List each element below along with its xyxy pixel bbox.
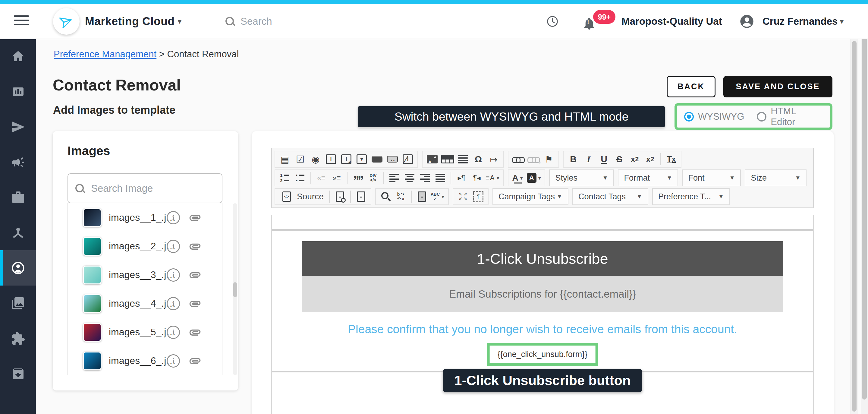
align-left-icon[interactable]	[388, 171, 401, 184]
brand-logo[interactable]	[53, 8, 80, 35]
horizontal-rule-icon[interactable]	[456, 153, 470, 166]
align-justify-icon[interactable]	[434, 171, 447, 184]
attach-link-icon[interactable]	[188, 240, 202, 253]
image-list-item[interactable]: images__4_.j…i	[68, 289, 222, 318]
image-list-item[interactable]: images__5_.j…i	[68, 318, 222, 347]
image-icon[interactable]	[426, 153, 439, 166]
sidebar-item-announcements[interactable]	[0, 144, 36, 180]
image-search-input[interactable]	[90, 182, 215, 195]
checkbox-icon[interactable]	[293, 153, 307, 166]
sidebar-item-inbox[interactable]	[0, 356, 36, 391]
preview-icon[interactable]: ≡	[333, 190, 347, 203]
radio-icon[interactable]	[684, 112, 694, 121]
info-icon[interactable]: i	[167, 297, 180, 310]
attach-link-icon[interactable]	[188, 354, 202, 367]
button-icon[interactable]	[370, 153, 384, 166]
radio-icon[interactable]	[309, 153, 322, 166]
attach-link-icon[interactable]	[188, 211, 202, 224]
source-button[interactable]: <>Source	[278, 190, 326, 203]
image-thumbnail[interactable]	[83, 294, 101, 313]
font-dropdown[interactable]: Font▼	[682, 170, 741, 186]
sidebar-item-extensions[interactable]	[0, 321, 36, 356]
sidebar-item-campaigns[interactable]	[0, 109, 36, 144]
image-list-item[interactable]: images__3_.j…i	[68, 261, 222, 289]
form-icon[interactable]	[278, 153, 291, 166]
strikethrough-icon[interactable]: S	[613, 153, 626, 166]
select-all-icon[interactable]: ≡	[415, 190, 429, 203]
info-icon[interactable]: i	[167, 354, 180, 367]
image-list-item[interactable]: images__1_.j…i	[68, 203, 222, 232]
sidebar-item-dashboards[interactable]	[0, 74, 36, 109]
bulleted-list-icon[interactable]: ••	[293, 171, 307, 184]
attach-link-icon[interactable]	[188, 326, 202, 339]
select-field-icon[interactable]: ▾	[355, 153, 368, 166]
bold-icon[interactable]: B	[567, 153, 580, 166]
numbered-list-icon[interactable]: 12	[278, 171, 291, 184]
contact-tags-dropdown[interactable]: Contact Tags▼	[572, 188, 648, 205]
mode-option-html-editor[interactable]: HTML Editor	[757, 106, 823, 127]
bidi-rtl-icon[interactable]	[470, 171, 484, 184]
show-blocks-icon[interactable]: ¶	[472, 190, 485, 203]
image-thumbnail[interactable]	[83, 208, 101, 227]
image-list-scrollbar[interactable]	[233, 203, 237, 375]
bidi-ltr-icon[interactable]	[455, 171, 468, 184]
align-center-icon[interactable]	[403, 171, 416, 184]
table-icon[interactable]	[441, 153, 454, 166]
notification-count-badge[interactable]: 99+	[593, 10, 615, 24]
sidebar-item-home[interactable]	[0, 38, 36, 74]
italic-icon[interactable]: I	[582, 153, 595, 166]
sidebar-item-workflows[interactable]	[0, 215, 36, 250]
global-search-input[interactable]	[240, 16, 368, 27]
textarea-icon[interactable]: I	[340, 153, 353, 166]
avatar[interactable]	[739, 13, 755, 29]
hidden-field-icon[interactable]: I	[401, 153, 414, 166]
blockquote-icon[interactable]	[351, 171, 364, 184]
unsubscribe-merge-tag-highlight[interactable]: {{one_click_unsub.form}}	[487, 343, 598, 366]
subscript-icon[interactable]: x2	[628, 153, 641, 166]
maximize-icon[interactable]: ↖ ↗↙ ↘	[456, 190, 470, 203]
div-container-icon[interactable]: DIV</>	[367, 171, 380, 184]
text-color-icon[interactable]: A▼	[512, 171, 525, 184]
user-menu-caret-icon[interactable]: ▼	[838, 18, 845, 26]
sidebar-item-projects[interactable]	[0, 180, 36, 215]
underline-icon[interactable]: U	[597, 153, 611, 166]
info-icon[interactable]: i	[167, 326, 180, 339]
templates-icon[interactable]: ≡	[354, 190, 368, 203]
format-dropdown[interactable]: Format▼	[618, 170, 678, 186]
styles-dropdown[interactable]: Styles▼	[549, 170, 614, 186]
back-button[interactable]: BACK	[667, 76, 715, 97]
bg-color-icon[interactable]: A▼	[527, 171, 542, 184]
editor-content-area[interactable]: 1-Click Unsubscribe Email Subscriptions …	[271, 215, 814, 414]
preference-t-dropdown[interactable]: Preference T...▼	[652, 188, 730, 205]
info-icon[interactable]: i	[167, 211, 180, 224]
sidebar-item-media-library[interactable]	[0, 286, 36, 321]
size-dropdown[interactable]: Size▼	[745, 170, 807, 186]
history-icon[interactable]	[546, 15, 559, 28]
language-icon[interactable]: ▼	[486, 171, 500, 184]
image-list-item[interactable]: images__2_.j…i	[68, 232, 222, 261]
app-switcher-caret-icon[interactable]: ▼	[176, 18, 183, 26]
align-right-icon[interactable]	[418, 171, 432, 184]
radio-icon[interactable]	[757, 112, 767, 121]
image-thumbnail[interactable]	[83, 266, 101, 284]
attach-link-icon[interactable]	[188, 268, 202, 282]
text-field-icon[interactable]: I	[324, 153, 338, 166]
replace-icon[interactable]: b ↷↶ a	[394, 190, 407, 203]
image-list-item[interactable]: images__6_.j…i	[68, 347, 222, 375]
sidebar-item-contacts[interactable]	[0, 250, 36, 286]
breadcrumb-link[interactable]: Preference Management	[54, 49, 156, 59]
mode-option-wysiwyg[interactable]: WYSIWYG	[684, 111, 744, 122]
page-break-icon[interactable]	[487, 153, 500, 166]
image-button-icon[interactable]: ▲▲	[386, 153, 399, 166]
anchor-icon[interactable]	[542, 153, 555, 166]
content-scrollbar[interactable]	[850, 38, 858, 414]
window-scrollbar[interactable]	[861, 4, 868, 414]
info-icon[interactable]: i	[167, 240, 180, 253]
special-character-icon[interactable]	[472, 153, 485, 166]
attach-link-icon[interactable]	[188, 297, 202, 310]
menu-icon[interactable]	[14, 16, 29, 27]
campaign-tags-dropdown[interactable]: Campaign Tags▼	[493, 188, 568, 205]
link-icon[interactable]	[512, 153, 525, 166]
image-thumbnail[interactable]	[83, 323, 101, 342]
info-icon[interactable]: i	[167, 268, 180, 282]
